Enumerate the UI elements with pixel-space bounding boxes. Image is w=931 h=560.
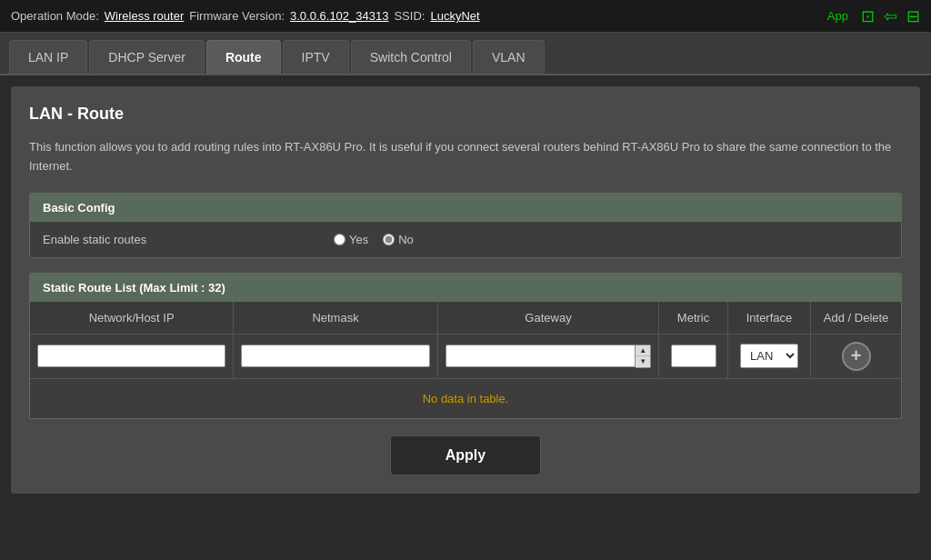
ssid-label: SSID:: [394, 9, 425, 23]
col-add-delete: Add / Delete: [811, 302, 901, 335]
gateway-spinner[interactable]: ▲ ▼: [636, 345, 651, 368]
tab-route[interactable]: Route: [206, 40, 281, 74]
operation-mode-value[interactable]: Wireless router: [105, 9, 184, 23]
table-row: ▲ ▼ LAN WAN: [30, 334, 901, 378]
page-title: LAN - Route: [29, 105, 902, 124]
operation-mode-label: Operation Mode:: [11, 9, 99, 23]
gateway-cell: ▲ ▼: [437, 334, 659, 378]
top-bar-icons: ⊡ ⇦ ⊟: [861, 6, 920, 26]
gateway-input[interactable]: [445, 345, 636, 367]
ssid-value[interactable]: LuckyNet: [430, 9, 479, 23]
apply-section: Apply: [29, 435, 902, 475]
enable-static-routes-label: Enable static routes: [43, 233, 334, 246]
no-label: No: [398, 233, 414, 246]
col-gateway: Gateway: [437, 302, 659, 335]
static-routes-radio-group: Yes No: [334, 233, 414, 246]
yes-label: Yes: [349, 233, 368, 246]
col-network-host-ip: Network/Host IP: [30, 302, 234, 335]
netmask-input[interactable]: [241, 345, 429, 367]
network-host-ip-input[interactable]: [37, 345, 225, 367]
route-list-section: Static Route List (Max Limit : 32) Netwo…: [29, 273, 902, 419]
static-routes-yes[interactable]: Yes: [334, 233, 368, 246]
metric-input[interactable]: [671, 345, 716, 367]
page-description: This function allows you to add routing …: [29, 138, 902, 176]
col-metric: Metric: [659, 302, 728, 335]
add-route-button[interactable]: +: [842, 342, 871, 371]
tab-vlan[interactable]: VLAN: [473, 40, 545, 74]
metric-cell: [659, 334, 728, 378]
tab-bar: LAN IP DHCP Server Route IPTV Switch Con…: [0, 33, 931, 75]
interface-select[interactable]: LAN WAN: [740, 344, 798, 368]
firmware-value[interactable]: 3.0.0.6.102_34313: [290, 9, 388, 23]
static-routes-no-radio[interactable]: [383, 234, 395, 245]
top-bar: Operation Mode: Wireless router Firmware…: [0, 0, 931, 33]
tab-iptv[interactable]: IPTV: [283, 40, 349, 74]
apply-button[interactable]: Apply: [390, 435, 541, 475]
netmask-cell: [234, 334, 437, 378]
col-interface: Interface: [727, 302, 810, 335]
network-host-ip-cell: [30, 334, 234, 378]
app-label[interactable]: App: [827, 9, 848, 23]
static-routes-no[interactable]: No: [383, 233, 414, 246]
usb-icon[interactable]: ⇦: [884, 6, 897, 26]
spinner-up[interactable]: ▲: [636, 345, 650, 356]
no-data-row: No data in table.: [30, 378, 901, 418]
col-netmask: Netmask: [234, 302, 437, 335]
basic-config-section: Basic Config Enable static routes Yes No: [29, 193, 902, 258]
monitor-icon[interactable]: ⊡: [861, 6, 875, 26]
static-routes-yes-radio[interactable]: [334, 234, 345, 245]
basic-config-header: Basic Config: [30, 194, 901, 222]
tab-lan-ip[interactable]: LAN IP: [9, 40, 87, 74]
interface-cell: LAN WAN: [727, 334, 810, 378]
no-data-cell: No data in table.: [30, 378, 901, 418]
firmware-label: Firmware Version:: [189, 9, 285, 23]
main-content: LAN - Route This function allows you to …: [11, 86, 920, 494]
tab-switch-control[interactable]: Switch Control: [351, 40, 471, 74]
enable-static-routes-row: Enable static routes Yes No: [30, 222, 901, 257]
add-delete-cell: +: [811, 334, 901, 378]
gateway-wrapper: ▲ ▼: [445, 345, 652, 368]
route-table: Network/Host IP Netmask Gateway Metric I…: [30, 302, 901, 418]
tab-dhcp-server[interactable]: DHCP Server: [89, 40, 205, 74]
table-header-row: Network/Host IP Netmask Gateway Metric I…: [30, 302, 901, 335]
save-icon[interactable]: ⊟: [906, 6, 920, 26]
route-list-header: Static Route List (Max Limit : 32): [30, 274, 901, 302]
spinner-down[interactable]: ▼: [636, 356, 650, 367]
